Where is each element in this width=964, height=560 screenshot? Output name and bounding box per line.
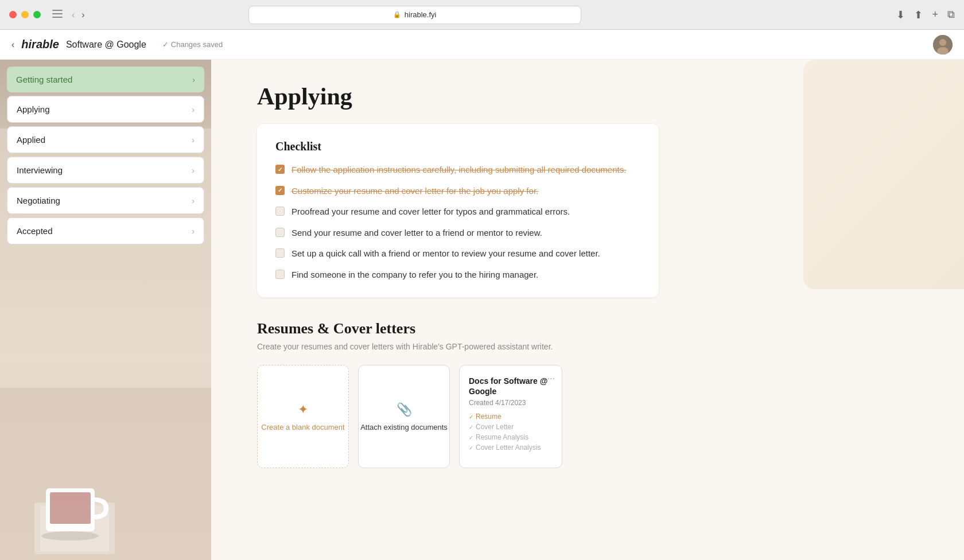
saved-check-icon: ✓ (162, 40, 169, 49)
chevron-right-icon: › (192, 135, 195, 145)
doc-card-date: Created 4/17/2023 (469, 399, 553, 407)
attach-icon: 📎 (397, 402, 412, 417)
doc-cards: ✦ Create a blank document 📎 Attach exist… (257, 365, 659, 468)
check-icon: ✓ (469, 445, 473, 451)
check-icon: ✓ (469, 414, 473, 420)
checklist-card: Checklist Follow the application instruc… (257, 124, 659, 297)
checklist-text-5: Set up a quick call with a friend or men… (291, 247, 600, 260)
browser-chrome: ‹ › 🔒 hirable.fyi ⬇ ⬆ + ⧉ (0, 0, 964, 30)
address-bar[interactable]: 🔒 hirable.fyi (248, 6, 581, 24)
existing-doc-card: ... Docs for Software @ Google Created 4… (459, 365, 562, 468)
chevron-right-icon: › (192, 75, 195, 84)
chevron-right-icon: › (192, 227, 195, 236)
sidebar-items: Getting started › Applying › Applied › I… (0, 60, 211, 251)
doc-card-items: ✓ Resume ✓ Cover Letter ✓ Resume Analysi… (469, 413, 553, 452)
doc-item-resume-analysis[interactable]: ✓ Resume Analysis (469, 433, 553, 441)
sidebar-toggle[interactable] (52, 10, 63, 20)
sidebar-illustration (0, 376, 211, 560)
svg-rect-9 (50, 492, 91, 524)
lock-icon: 🔒 (393, 11, 401, 18)
nav-arrows: ‹ › (69, 9, 87, 21)
new-tab-icon[interactable]: + (932, 9, 938, 21)
app-back-button[interactable]: ‹ (11, 40, 14, 50)
sidebar-item-label: Accepted (17, 226, 53, 236)
page-title: Applying (257, 83, 659, 110)
sidebar-item-negotiating[interactable]: Negotiating › (7, 187, 204, 214)
resumes-section-subtitle: Create your resumes and cover letters wi… (257, 342, 659, 351)
checklist-item-6: Find someone in the company to refer you… (275, 269, 640, 282)
svg-point-10 (41, 531, 99, 540)
tabs-icon[interactable]: ⧉ (947, 9, 955, 21)
app-bar: ‹ hirable Software @ Google ✓ Changes sa… (0, 30, 964, 60)
chevron-right-icon: › (192, 166, 195, 175)
svg-rect-0 (52, 10, 63, 11)
check-icon: ✓ (469, 434, 473, 441)
doc-item-label: Resume Analysis (476, 433, 528, 441)
share-icon[interactable]: ⬆ (914, 9, 923, 21)
checklist-text-2: Customize your resume and cover letter f… (291, 185, 538, 198)
sidebar-item-label: Applying (17, 104, 50, 114)
checkbox-3[interactable] (275, 207, 285, 216)
checklist-text-3: Proofread your resume and cover letter f… (291, 205, 570, 219)
sidebar-item-accepted[interactable]: Accepted › (7, 217, 204, 244)
create-blank-card[interactable]: ✦ Create a blank document (257, 365, 349, 468)
traffic-lights (9, 11, 41, 18)
doc-menu-icon[interactable]: ... (547, 371, 555, 382)
svg-point-4 (939, 39, 946, 46)
content-area: Applying Checklist Follow the applicatio… (211, 60, 964, 560)
sidebar-item-label: Getting started (16, 75, 72, 84)
doc-item-cover-letter-analysis[interactable]: ✓ Cover Letter Analysis (469, 444, 553, 452)
doc-item-cover-letter[interactable]: ✓ Cover Letter (469, 423, 553, 431)
forward-arrow[interactable]: › (79, 9, 87, 21)
app-title: Software @ Google (66, 40, 146, 50)
doc-item-label: Cover Letter Analysis (476, 444, 541, 452)
checkbox-4[interactable] (275, 228, 285, 237)
create-blank-label: Create a blank document (261, 423, 344, 431)
doc-item-label: Cover Letter (476, 423, 514, 431)
checklist-text-6: Find someone in the company to refer you… (291, 269, 538, 282)
changes-saved-indicator: ✓ Changes saved (162, 40, 223, 49)
doc-card-title: Docs for Software @ Google (469, 376, 553, 396)
checklist-title: Checklist (275, 140, 640, 153)
checklist-item-5: Set up a quick call with a friend or men… (275, 247, 640, 260)
sidebar-item-getting-started[interactable]: Getting started › (7, 67, 204, 92)
sidebar-item-applying[interactable]: Applying › (7, 96, 204, 123)
sidebar-item-applied[interactable]: Applied › (7, 126, 204, 153)
sidebar-item-label: Applied (17, 135, 45, 145)
download-icon[interactable]: ⬇ (896, 9, 905, 21)
user-avatar[interactable] (933, 35, 953, 55)
sidebar-item-interviewing[interactable]: Interviewing › (7, 157, 204, 184)
minimize-button[interactable] (21, 11, 29, 18)
app-logo: hirable (21, 38, 59, 51)
doc-item-resume[interactable]: ✓ Resume (469, 413, 553, 421)
back-arrow[interactable]: ‹ (69, 9, 77, 21)
checkbox-1[interactable] (275, 165, 285, 174)
checklist-item-3: Proofread your resume and cover letter f… (275, 205, 640, 219)
resumes-section-title: Resumes & Cover letters (257, 320, 659, 337)
checkbox-2[interactable] (275, 186, 285, 195)
checklist-item-4: Send your resume and cover letter to a f… (275, 227, 640, 240)
chevron-right-icon: › (192, 105, 195, 114)
doc-item-label: Resume (476, 413, 502, 421)
attach-existing-card[interactable]: 📎 Attach existing documents (358, 365, 450, 468)
main-layout: Getting started › Applying › Applied › I… (0, 60, 964, 560)
checkbox-6[interactable] (275, 270, 285, 279)
close-button[interactable] (9, 11, 17, 18)
content-inner: Applying Checklist Follow the applicatio… (211, 60, 728, 491)
svg-rect-2 (52, 17, 63, 18)
saved-text: Changes saved (171, 40, 223, 49)
check-icon: ✓ (469, 424, 473, 430)
sidebar: Getting started › Applying › Applied › I… (0, 60, 211, 560)
create-blank-icon: ✦ (298, 402, 308, 417)
chevron-right-icon: › (192, 196, 195, 205)
checklist-text-4: Send your resume and cover letter to a f… (291, 227, 542, 240)
checklist-text-1: Follow the application instructions care… (291, 164, 626, 177)
checklist-item-2: Customize your resume and cover letter f… (275, 185, 640, 198)
browser-actions: ⬇ ⬆ + ⧉ (896, 9, 955, 21)
sidebar-item-label: Interviewing (17, 165, 63, 175)
attach-label: Attach existing documents (360, 423, 448, 431)
svg-rect-1 (52, 13, 63, 14)
checklist-item-1: Follow the application instructions care… (275, 164, 640, 177)
maximize-button[interactable] (33, 11, 41, 18)
checkbox-5[interactable] (275, 248, 285, 258)
